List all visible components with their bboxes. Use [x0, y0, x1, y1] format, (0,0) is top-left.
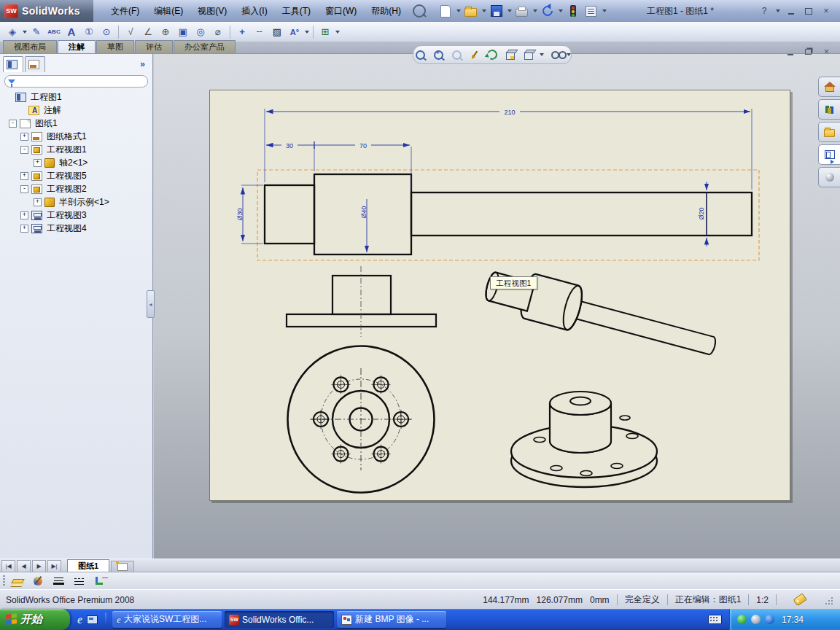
save-button[interactable]	[489, 3, 505, 19]
appearances-tab[interactable]	[818, 167, 840, 187]
flange-front-view[interactable]	[287, 266, 436, 337]
internet-explorer-icon[interactable]: e	[77, 613, 82, 626]
tree-item-label[interactable]: 轴2<1>	[58, 157, 89, 169]
panel-splitter-handle[interactable]: ◂	[147, 290, 155, 318]
tab-sketch[interactable]: 草图	[96, 40, 134, 53]
open-button[interactable]	[463, 3, 479, 19]
line-style-button[interactable]	[71, 574, 87, 588]
tree-item[interactable]: +图纸格式1	[0, 130, 152, 143]
dropdown-arrow-icon[interactable]	[305, 31, 309, 34]
panel-flyout-chevron[interactable]: »	[140, 59, 149, 69]
dimension-lines[interactable]	[241, 109, 752, 252]
dropdown-arrow-icon[interactable]	[23, 31, 27, 34]
flange-isometric-view[interactable]	[511, 392, 657, 487]
tree-item-label[interactable]: 工程视图1	[45, 144, 88, 156]
layer-properties-button[interactable]	[9, 574, 26, 588]
pan-rotate-button[interactable]	[467, 48, 482, 61]
tab-evaluate[interactable]: 评估	[135, 40, 173, 53]
dropdown-arrow-icon[interactable]	[776, 9, 780, 12]
tag-icon[interactable]	[793, 593, 806, 606]
area-hatch-fill-button[interactable]: ▨	[269, 24, 285, 40]
taskbar-button-browser[interactable]: e 大家说说SW工程图...	[112, 611, 222, 628]
menu-file[interactable]: 文件(F)	[104, 4, 147, 19]
datum-feature-button[interactable]: ▣	[175, 24, 191, 40]
doc-minimize-button[interactable]	[784, 47, 796, 57]
taskbar-button-solidworks[interactable]: SW SolidWorks Offic...	[225, 611, 334, 628]
expand-toggle[interactable]: +	[20, 225, 28, 233]
filter-box[interactable]	[4, 75, 148, 88]
dropdown-arrow-icon[interactable]	[559, 9, 563, 12]
expand-toggle[interactable]: +	[20, 133, 28, 141]
menu-tools[interactable]: 工具(T)	[275, 4, 318, 19]
doc-close-button[interactable]: ×	[820, 47, 833, 57]
feature-tree-tab[interactable]	[3, 56, 23, 72]
dropdown-arrow-icon[interactable]	[508, 9, 512, 12]
smart-dimension-button[interactable]: ◈	[4, 24, 20, 40]
zoom-previous-button[interactable]	[449, 48, 464, 61]
view-selection-box[interactable]	[257, 170, 759, 260]
line-color-button[interactable]	[30, 574, 46, 588]
dropdown-arrow-icon[interactable]	[602, 9, 607, 12]
note-button[interactable]: A	[63, 24, 79, 40]
add-sheet-tab[interactable]	[111, 561, 134, 572]
sheet-tab-active[interactable]: 图纸1	[67, 559, 109, 572]
tree-item[interactable]: -图纸1	[0, 117, 152, 130]
expand-toggle[interactable]: +	[20, 172, 28, 180]
network-globe-icon[interactable]	[765, 615, 774, 624]
property-manager-tab[interactable]	[25, 56, 45, 72]
green-status-icon[interactable]	[737, 615, 747, 624]
line-thickness-button[interactable]	[50, 574, 66, 588]
tree-item[interactable]: -工程视图1	[0, 143, 152, 156]
tree-item-label[interactable]: 图纸格式1	[45, 131, 88, 143]
dropdown-arrow-icon[interactable]	[456, 9, 461, 12]
menu-view[interactable]: 视图(V)	[190, 4, 234, 19]
expand-toggle[interactable]: -	[20, 185, 28, 193]
centerline-button[interactable]: ╌	[252, 24, 268, 40]
new-document-button[interactable]	[438, 3, 454, 19]
expand-toggle[interactable]: +	[34, 159, 42, 167]
file-explorer-tab[interactable]	[818, 122, 840, 142]
dimension-text[interactable]: 210 30 70 Ø30 Ø40 Ø20	[236, 108, 705, 221]
tab-view-layout[interactable]: 视图布局	[3, 40, 57, 53]
tree-item-label[interactable]: 工程视图4	[45, 222, 88, 235]
toolbar-drag-grip[interactable]	[3, 575, 5, 587]
view-orientation-button[interactable]	[521, 48, 536, 61]
dropdown-arrow-icon[interactable]	[335, 31, 340, 34]
section-view-button[interactable]	[503, 48, 518, 61]
expand-toggle[interactable]: -	[9, 120, 17, 128]
tree-item-label[interactable]: 工程视图3	[45, 209, 88, 222]
start-button[interactable]: 开始	[0, 609, 70, 630]
tree-item[interactable]: +工程视图5	[0, 169, 152, 182]
datum-target-button[interactable]: ◎	[192, 24, 209, 40]
menu-help[interactable]: 帮助(H)	[364, 4, 408, 19]
dropdown-arrow-icon[interactable]	[533, 9, 537, 12]
refresh-view-button[interactable]	[486, 48, 500, 61]
expand-toggle[interactable]: +	[34, 198, 42, 206]
minimize-button[interactable]	[785, 6, 798, 16]
clock[interactable]: 17:34	[782, 615, 804, 625]
design-library-tab[interactable]	[818, 99, 840, 120]
spell-checker-button[interactable]: ABC	[46, 24, 62, 40]
blocks-button[interactable]: A°	[287, 24, 303, 40]
dropdown-arrow-icon[interactable]	[567, 53, 571, 56]
tree-item-label[interactable]: 图纸1	[34, 117, 59, 130]
options-button[interactable]	[583, 3, 599, 19]
expand-toggle[interactable]: +	[20, 211, 28, 219]
help-button[interactable]: ?	[758, 6, 771, 16]
view-palette-tab[interactable]	[818, 144, 840, 165]
tree-item[interactable]: 注解	[0, 104, 152, 117]
tree-item-label[interactable]: 工程视图5	[45, 170, 88, 182]
tree-item-label[interactable]: 注解	[42, 104, 63, 117]
gray-status-icon[interactable]	[751, 615, 761, 624]
show-desktop-icon[interactable]	[87, 615, 98, 624]
tree-item-label[interactable]: 工程图1	[29, 91, 63, 104]
center-mark-button[interactable]: +	[234, 24, 250, 40]
tree-item[interactable]: +轴2<1>	[0, 156, 152, 169]
tables-button[interactable]: ⊞	[317, 24, 333, 40]
drawing-sheet[interactable]: 210 30 70 Ø30 Ø40 Ø20	[209, 90, 790, 501]
taskbar-button-bmp-image[interactable]: 新建 BMP 图像 - ...	[337, 611, 446, 628]
last-sheet-button[interactable]: ▶|	[47, 560, 61, 572]
balloon-button[interactable]: ①	[81, 24, 97, 40]
tree-item[interactable]: 工程图1	[0, 90, 152, 104]
display-style-button[interactable]	[548, 48, 562, 61]
